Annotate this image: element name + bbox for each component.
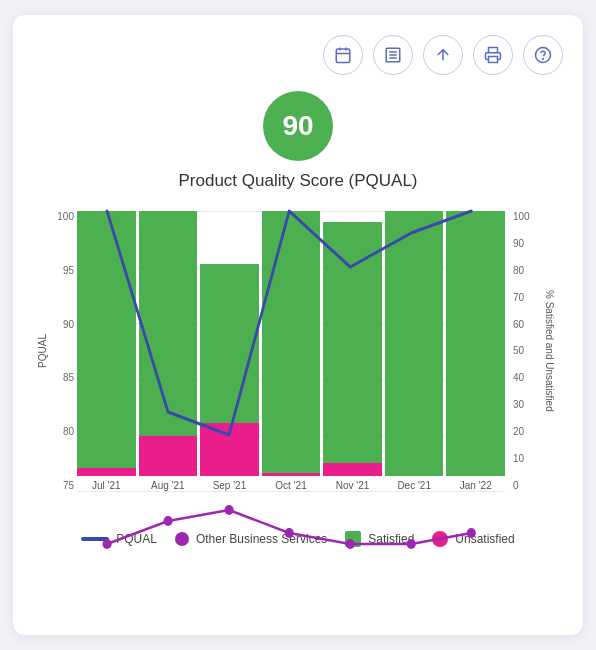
upload-button[interactable]	[423, 35, 463, 75]
y-right-100: 100	[513, 211, 530, 222]
bar-stack-nov21	[323, 211, 382, 476]
legend-unsatisfied-label: Unsatisfied	[455, 532, 514, 546]
calendar-button[interactable]	[323, 35, 363, 75]
bar-unsat-nov21	[323, 463, 382, 476]
bar-stack-dec21	[385, 211, 444, 476]
bar-satisfied-jan22	[446, 211, 505, 476]
other-dot-2	[164, 516, 173, 526]
x-label-sep21: Sep '21	[213, 480, 247, 491]
bar-oct21: Oct '21	[262, 211, 321, 491]
bar-unsat-jul21	[77, 468, 136, 476]
bar-stack-jan22	[446, 211, 505, 476]
y-right-10: 10	[513, 453, 524, 464]
x-label-jan22: Jan '22	[460, 480, 492, 491]
bar-satisfied-jul21	[77, 211, 136, 476]
bar-stack-oct21	[262, 211, 321, 476]
bar-stack-sep21	[200, 211, 259, 476]
legend: PQUAL Other Business Services Satisfied …	[33, 531, 563, 547]
bar-satisfied-dec21	[385, 211, 444, 476]
y-right-70: 70	[513, 292, 524, 303]
bars-container: Jul '21 Aug '21	[77, 211, 505, 491]
bar-stack-jul21	[77, 211, 136, 476]
svg-rect-0	[336, 49, 350, 63]
bar-sep21: Sep '21	[200, 211, 259, 491]
y-right-80: 80	[513, 265, 524, 276]
score-value: 90	[282, 110, 313, 142]
legend-other: Other Business Services	[175, 531, 327, 547]
bar-satisfied-oct21	[262, 211, 321, 476]
legend-pqual-line	[81, 537, 109, 541]
y-tick-85: 85	[63, 372, 74, 383]
bar-aug21: Aug '21	[139, 211, 198, 491]
y-right-20: 20	[513, 426, 524, 437]
bar-nov21: Nov '21	[323, 211, 382, 491]
bar-unsat-oct21	[262, 473, 321, 476]
svg-rect-9	[489, 57, 498, 63]
legend-satisfied-box	[345, 531, 361, 547]
y-tick-75: 75	[63, 480, 74, 491]
bar-satisfied-aug21	[139, 211, 198, 476]
bar-satisfied-nov21	[323, 222, 382, 476]
help-button[interactable]	[523, 35, 563, 75]
bar-unsat-aug21	[139, 436, 198, 476]
x-label-dec21: Dec '21	[397, 480, 431, 491]
x-label-nov21: Nov '21	[336, 480, 370, 491]
y-right-90: 90	[513, 238, 524, 249]
legend-unsatisfied: Unsatisfied	[432, 531, 514, 547]
x-label-oct21: Oct '21	[275, 480, 306, 491]
legend-unsatisfied-box	[432, 531, 448, 547]
legend-pqual: PQUAL	[81, 531, 157, 547]
y-tick-80: 80	[63, 426, 74, 437]
chart-title: Product Quality Score (PQUAL)	[33, 171, 563, 191]
toolbar	[33, 35, 563, 75]
y-right-50: 50	[513, 345, 524, 356]
bar-unsat-sep21	[200, 423, 259, 476]
legend-pqual-label: PQUAL	[116, 532, 157, 546]
y-tick-90: 90	[63, 319, 74, 330]
y-tick-100: 100	[57, 211, 74, 222]
other-dot-3	[225, 505, 234, 515]
legend-other-label: Other Business Services	[196, 532, 327, 546]
y-axis-right-label: % Satisfied and Unsatisfied	[544, 290, 555, 412]
chart-area: PQUAL 100 95 90 85 80 75 100 90 80 70 60…	[33, 211, 563, 521]
y-tick-95: 95	[63, 265, 74, 276]
y-right-60: 60	[513, 319, 524, 330]
x-label-aug21: Aug '21	[151, 480, 185, 491]
legend-satisfied-label: Satisfied	[368, 532, 414, 546]
main-card: 90 Product Quality Score (PQUAL) PQUAL 1…	[13, 15, 583, 635]
bar-stack-aug21	[139, 211, 198, 476]
bar-jan22: Jan '22	[446, 211, 505, 491]
list-button[interactable]	[373, 35, 413, 75]
y-axis-left-label: PQUAL	[37, 334, 48, 368]
print-button[interactable]	[473, 35, 513, 75]
y-right-40: 40	[513, 372, 524, 383]
legend-satisfied: Satisfied	[345, 531, 414, 547]
legend-other-dot	[175, 532, 189, 546]
score-circle: 90	[263, 91, 333, 161]
bar-jul21: Jul '21	[77, 211, 136, 491]
bar-satisfied-sep21	[200, 264, 259, 476]
bar-dec21: Dec '21	[385, 211, 444, 491]
x-label-jul21: Jul '21	[92, 480, 121, 491]
y-right-0: 0	[513, 480, 519, 491]
y-right-30: 30	[513, 399, 524, 410]
